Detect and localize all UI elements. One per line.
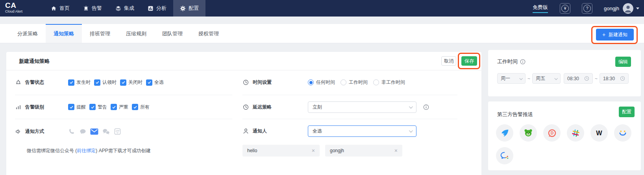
chevron-down-icon xyxy=(519,77,522,80)
main-nav: 首页 告警 集成 分析 xyxy=(44,0,205,17)
info-icon[interactable] xyxy=(520,59,526,64)
work-time-title-group: 工作时间 xyxy=(497,58,526,65)
delay-policy-select[interactable]: 立刻 xyxy=(308,101,416,113)
phone-method-icon[interactable] xyxy=(68,128,76,135)
work-time-title: 工作时间 xyxy=(497,58,518,65)
panel-actions: 取消 保存 xyxy=(441,56,477,66)
time-from-input[interactable]: 08:30 xyxy=(564,73,593,84)
checkbox-checked-icon xyxy=(68,104,74,110)
help-button[interactable]: ? xyxy=(582,3,592,14)
new-notification-label: 新建通知 xyxy=(609,31,627,38)
top-navbar: CA Cloud Alert 首页 告警 集成 分析 xyxy=(0,0,644,17)
hint-prefix: 微信需绑定微信公众号 ( xyxy=(27,148,77,153)
notify-person-select[interactable]: 全选 xyxy=(308,125,416,137)
worktile-letter: W xyxy=(596,129,602,136)
notify-method-row: 通知方式 APP xyxy=(15,119,232,144)
nav-item-integrations[interactable]: 集成 xyxy=(109,0,141,17)
edit-work-time-button[interactable]: 编辑 xyxy=(615,57,631,67)
app-icon-text: APP xyxy=(115,130,120,132)
info-icon xyxy=(423,104,429,110)
day-to-select[interactable]: 周五 xyxy=(532,73,561,84)
email-method-icon-selected[interactable] xyxy=(90,128,98,135)
dingtalk-icon[interactable] xyxy=(496,124,513,142)
work-time-card: 工作时间 编辑 周一 ~ 周五 08:30 ~ 18:30 xyxy=(488,50,641,96)
tab-label: 排班管理 xyxy=(90,30,110,37)
checkbox-level-critical[interactable]: 严重 xyxy=(111,104,128,111)
delay-info[interactable] xyxy=(423,104,429,110)
nav-item-home[interactable]: 首页 xyxy=(44,0,76,17)
checkbox-level-all[interactable]: 所有 xyxy=(132,104,150,111)
radio-selected-icon xyxy=(308,79,314,85)
tab-compression-rules[interactable]: 压缩规则 xyxy=(118,24,154,43)
tab-shift-management[interactable]: 排班管理 xyxy=(82,24,118,43)
select-value: 立刻 xyxy=(313,104,322,111)
tab-dispatch-policy[interactable]: 分派策略 xyxy=(9,24,46,43)
checkbox-level-warning[interactable]: 警告 xyxy=(89,104,107,111)
app-method-icon[interactable]: APP xyxy=(114,128,121,135)
nav-item-label: 集成 xyxy=(124,5,134,12)
nav-item-label: 告警 xyxy=(92,5,102,12)
tilde-separator: ~ xyxy=(527,76,530,81)
checkbox-checked-icon xyxy=(89,104,96,110)
tab-label: 通知策略 xyxy=(54,30,74,37)
day-from-select[interactable]: 周一 xyxy=(497,73,526,84)
configure-third-party-button[interactable]: 配置 xyxy=(619,107,635,117)
chevron-down-icon[interactable] xyxy=(636,7,639,9)
checkbox-on-close[interactable]: 关闭时 xyxy=(120,79,142,86)
go-bind-link[interactable]: 前往绑定 xyxy=(77,148,96,153)
checkbox-level-notice[interactable]: 提醒 xyxy=(68,104,86,111)
checkbox-on-occur[interactable]: 发生时 xyxy=(68,79,91,86)
radio-label: 任何时间 xyxy=(316,79,335,86)
radio-label: 非工作时间 xyxy=(381,79,405,86)
clock-icon xyxy=(584,76,589,81)
tag-label: hello xyxy=(247,148,257,153)
smiley-icon[interactable] xyxy=(614,124,631,142)
checkbox-checked-icon xyxy=(132,104,138,110)
bearychat-icon[interactable] xyxy=(520,124,537,142)
delay-policy-label-group: 延迟策略 xyxy=(242,104,308,111)
plan-badge[interactable]: 免费版 xyxy=(533,4,548,13)
close-icon[interactable]: × xyxy=(312,148,315,153)
wechat-method-icon[interactable] xyxy=(102,128,110,135)
worktile-icon[interactable]: W xyxy=(590,124,608,142)
notify-person-label-group: 通知人 xyxy=(242,128,308,134)
save-button[interactable]: 保存 xyxy=(461,56,477,66)
close-icon[interactable]: × xyxy=(394,148,398,153)
dodo-icon[interactable]: D xyxy=(543,124,561,142)
radio-non-work-time[interactable]: 非工作时间 xyxy=(373,79,405,86)
logo-subtitle: Cloud Alert xyxy=(5,9,22,13)
nav-item-label: 配置 xyxy=(189,5,199,12)
field-label: 告警状态 xyxy=(25,79,44,86)
time-to-input[interactable]: 18:30 xyxy=(600,73,629,84)
logo[interactable]: CA Cloud Alert xyxy=(5,1,22,13)
new-notification-button[interactable]: + 新建通知 xyxy=(596,29,634,41)
wechat-work-icon[interactable] xyxy=(496,147,513,164)
checkbox-on-claim[interactable]: 认领时 xyxy=(94,79,117,86)
time-value: 18:30 xyxy=(603,76,615,81)
avatar[interactable] xyxy=(623,3,633,14)
delay-policy-row: 延迟策略 立刻 xyxy=(242,95,457,119)
notify-method-label-group: 通知方式 xyxy=(15,128,68,135)
field-label: 延迟策略 xyxy=(253,104,272,111)
username[interactable]: gongjh xyxy=(604,6,619,11)
tab-notification-policy[interactable]: 通知策略 xyxy=(46,24,82,43)
nav-item-configuration[interactable]: 配置 xyxy=(173,0,205,17)
checkbox-select-all-status[interactable]: 全选 xyxy=(146,79,164,86)
radio-unselected-icon xyxy=(373,79,379,85)
nav-item-analytics[interactable]: 分析 xyxy=(141,0,173,17)
radio-unselected-icon xyxy=(341,79,346,85)
nav-item-alerts[interactable]: 告警 xyxy=(76,0,109,17)
slack-icon[interactable] xyxy=(567,124,584,142)
radio-any-time[interactable]: 任何时间 xyxy=(308,79,335,86)
signal-bars-icon xyxy=(15,104,22,111)
sms-method-icon[interactable] xyxy=(79,128,87,135)
tab-authorization[interactable]: 授权管理 xyxy=(191,24,227,43)
billing-button[interactable]: ¥ xyxy=(560,3,570,14)
navbar-right: 免费版 ¥ ? gongjh xyxy=(533,0,639,17)
checkbox-checked-icon xyxy=(111,104,117,110)
radio-work-time[interactable]: 工作时间 xyxy=(341,79,368,86)
checkbox-checked-icon xyxy=(68,79,74,86)
tab-team-management[interactable]: 团队管理 xyxy=(154,24,191,43)
checkbox-label: 警告 xyxy=(98,104,107,111)
cancel-button[interactable]: 取消 xyxy=(441,56,456,66)
